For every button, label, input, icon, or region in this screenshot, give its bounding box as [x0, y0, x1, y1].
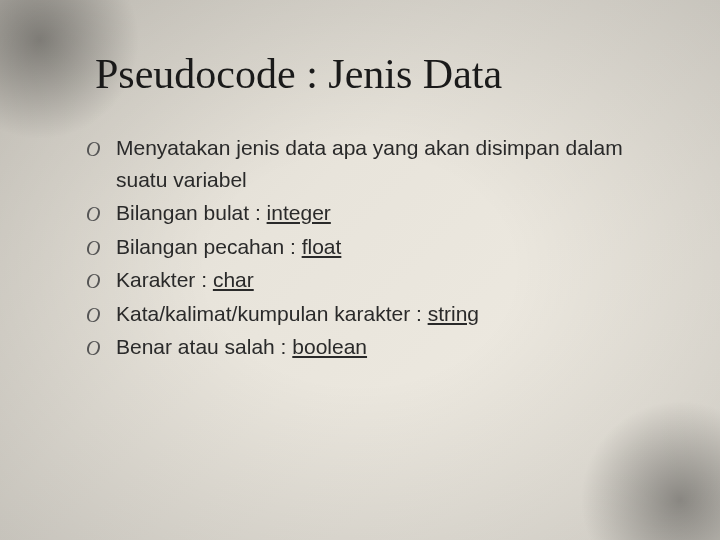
list-item: O Menyatakan jenis data apa yang akan di…: [116, 132, 640, 195]
corner-shadow-br: [580, 400, 720, 540]
item-text: Karakter :: [116, 268, 213, 291]
list-item: O Bilangan bulat : integer: [116, 197, 640, 229]
bullet-icon: O: [86, 300, 100, 330]
slide-title: Pseudocode : Jenis Data: [95, 50, 640, 98]
item-text: Kata/kalimat/kumpulan karakter :: [116, 302, 428, 325]
item-keyword: string: [428, 302, 479, 325]
item-text: Benar atau salah :: [116, 335, 292, 358]
item-keyword: char: [213, 268, 254, 291]
item-text: Menyatakan jenis data apa yang akan disi…: [116, 136, 623, 191]
bullet-list: O Menyatakan jenis data apa yang akan di…: [80, 132, 640, 363]
bullet-icon: O: [86, 333, 100, 363]
item-keyword: float: [302, 235, 342, 258]
bullet-icon: O: [86, 266, 100, 296]
item-text: Bilangan pecahan :: [116, 235, 302, 258]
list-item: O Benar atau salah : boolean: [116, 331, 640, 363]
list-item: O Karakter : char: [116, 264, 640, 296]
item-keyword: integer: [267, 201, 331, 224]
list-item: O Bilangan pecahan : float: [116, 231, 640, 263]
bullet-icon: O: [86, 233, 100, 263]
item-text: Bilangan bulat :: [116, 201, 267, 224]
bullet-icon: O: [86, 199, 100, 229]
slide-content: Pseudocode : Jenis Data O Menyatakan jen…: [0, 0, 720, 405]
item-keyword: boolean: [292, 335, 367, 358]
bullet-icon: O: [86, 134, 100, 164]
list-item: O Kata/kalimat/kumpulan karakter : strin…: [116, 298, 640, 330]
